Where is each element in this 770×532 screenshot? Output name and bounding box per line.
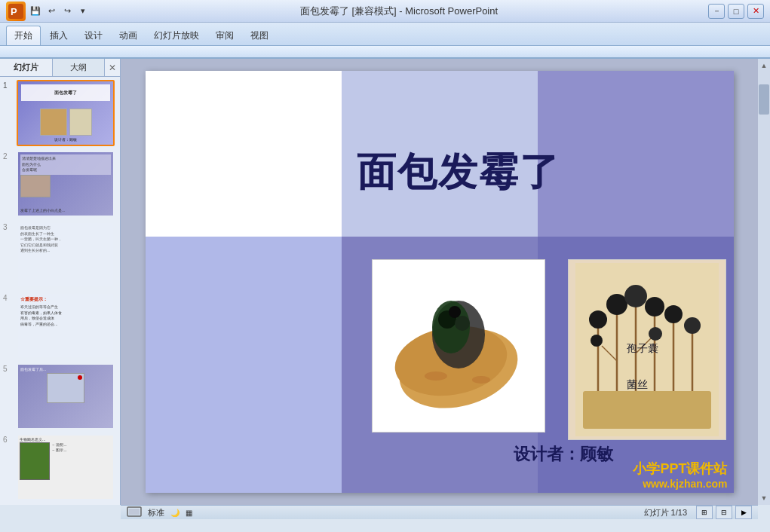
title-bar-left: P 💾 ↩ ↪ ▾: [6, 2, 90, 21]
tab-review[interactable]: 审阅: [208, 26, 241, 45]
content-wrapper: 面包发霉了: [121, 59, 758, 505]
slide-number: 3: [3, 222, 14, 231]
slides-list: 1 面包发霉了 设计者：顾敏 2: [0, 77, 120, 505]
slide-thumbnail[interactable]: 面包发霉是因为它 的表面生长了一种生 一营菌，叫天生菌一种， 它们它们就是和我武…: [17, 222, 115, 288]
tab-insert[interactable]: 插入: [42, 26, 75, 45]
window-controls: － □ ✕: [708, 4, 764, 19]
bg-cell-white-top: [146, 71, 342, 237]
title-bar: P 💾 ↩ ↪ ▾ 面包发霉了 [兼容模式] - Microsoft Power…: [0, 0, 770, 23]
view-grid-icon: ▦: [186, 509, 192, 517]
dropdown-quick-btn[interactable]: ▾: [76, 5, 90, 18]
slide-thumbnail[interactable]: ☆重要提示： 布天过旧的等等会产生 有害的毒素，如果人体食 用后，致使会造成体 …: [17, 292, 115, 359]
slide-indicator: [127, 506, 142, 519]
slide-thumbnail[interactable]: 清清楚楚地描述出来 面包为什么 会发霉呢 发霉了上述上的小白点是...: [17, 151, 115, 217]
view-standard-label: 标准: [148, 507, 164, 518]
list-item[interactable]: 3 面包发霉是因为它 的表面生长了一种生 一营菌，叫天生菌一种， 它们它们就是和…: [3, 222, 117, 288]
bg-cell-med-top: [342, 71, 538, 237]
right-scrollbar[interactable]: ▲ ▼: [758, 59, 770, 505]
svg-text:P: P: [11, 6, 17, 17]
slide-number: 5: [3, 363, 14, 373]
list-item[interactable]: 5 面包发霉了后...: [3, 363, 117, 430]
scroll-thumb[interactable]: [759, 84, 769, 115]
bg-cell-purple-bot: [538, 237, 734, 493]
list-item[interactable]: 4 ☆重要提示： 布天过旧的等等会产生 有害的毒素，如果人体食 用后，致使会造成…: [3, 292, 117, 359]
scroll-down-arrow[interactable]: ▼: [761, 494, 768, 502]
tab-slideshow[interactable]: 幻灯片放映: [146, 26, 207, 45]
ribbon: 开始 插入 设计 动画 幻灯片放映 审阅 视图: [0, 23, 770, 59]
main-area: 幻灯片 大纲 ✕ 1 面包发霉了 设计者：顾敏: [0, 59, 770, 505]
tab-design[interactable]: 设计: [77, 26, 110, 45]
tab-view[interactable]: 视图: [243, 26, 276, 45]
slide-display: 面包发霉了: [146, 71, 734, 493]
close-button[interactable]: ✕: [747, 4, 764, 19]
slide-background-grid: [146, 71, 734, 493]
tab-home[interactable]: 开始: [6, 26, 41, 45]
view-normal-btn[interactable]: ⊞: [696, 506, 713, 519]
undo-quick-btn[interactable]: ↩: [44, 5, 58, 18]
quick-access-toolbar: 💾 ↩ ↪ ▾: [29, 5, 90, 18]
slide-count-label: 幻灯片 1/13: [644, 507, 687, 518]
list-item[interactable]: 1 面包发霉了 设计者：顾敏: [3, 80, 117, 146]
status-right: 幻灯片 1/13 ⊞ ⊟ ▶: [644, 506, 752, 519]
slide-thumbnail[interactable]: 生物顾名思义... → 说明... → 图示...: [17, 434, 115, 500]
status-bar: 标准 🌙 ▦ 幻灯片 1/13 ⊞ ⊟ ▶: [121, 505, 758, 519]
bg-cell-purple-top: [538, 71, 734, 237]
window-title: 面包发霉了 [兼容模式] - Microsoft PowerPoint: [300, 5, 498, 18]
tab-slides[interactable]: 幻灯片: [0, 59, 53, 76]
minimize-button[interactable]: －: [708, 4, 725, 19]
bg-cell-blue-bot: [342, 237, 538, 493]
ribbon-content: [0, 45, 770, 57]
slide-icon: [127, 506, 142, 518]
scroll-up-arrow[interactable]: ▲: [761, 62, 768, 69]
view-toggle-icon: 🌙: [170, 509, 179, 517]
maximize-button[interactable]: □: [728, 4, 744, 19]
slide-number: 2: [3, 151, 14, 161]
bg-cell-light-bot: [146, 237, 342, 493]
panel-tabs: 幻灯片 大纲 ✕: [0, 59, 120, 77]
tab-outline[interactable]: 大纲: [53, 59, 106, 76]
slide-thumbnail[interactable]: 面包发霉了后...: [17, 363, 115, 430]
save-quick-btn[interactable]: 💾: [29, 5, 42, 18]
status-left: 标准 🌙 ▦: [127, 506, 192, 519]
slide-number: 4: [3, 292, 14, 302]
office-logo: P: [6, 2, 26, 21]
view-slideshow-btn[interactable]: ▶: [735, 506, 752, 519]
redo-quick-btn[interactable]: ↪: [60, 5, 74, 18]
content-area: 面包发霉了: [121, 59, 758, 505]
slide-number: 1: [3, 80, 14, 90]
panel-close-button[interactable]: ✕: [105, 59, 120, 76]
view-slide-sorter-btn[interactable]: ⊟: [716, 506, 732, 519]
list-item[interactable]: 2 清清楚楚地描述出来 面包为什么 会发霉呢 发霉了上述上的小白点是...: [3, 151, 117, 217]
slide-number: 6: [3, 434, 14, 444]
tab-animation[interactable]: 动画: [112, 26, 145, 45]
svg-rect-30: [129, 509, 140, 515]
list-item[interactable]: 6 生物顾名思义... → 说明... → 图示...: [3, 434, 117, 500]
slide-panel: 幻灯片 大纲 ✕ 1 面包发霉了 设计者：顾敏: [0, 59, 121, 505]
ribbon-tabs: 开始 插入 设计 动画 幻灯片放映 审阅 视图: [0, 23, 770, 45]
slide-thumbnail[interactable]: 面包发霉了 设计者：顾敏: [17, 80, 115, 146]
